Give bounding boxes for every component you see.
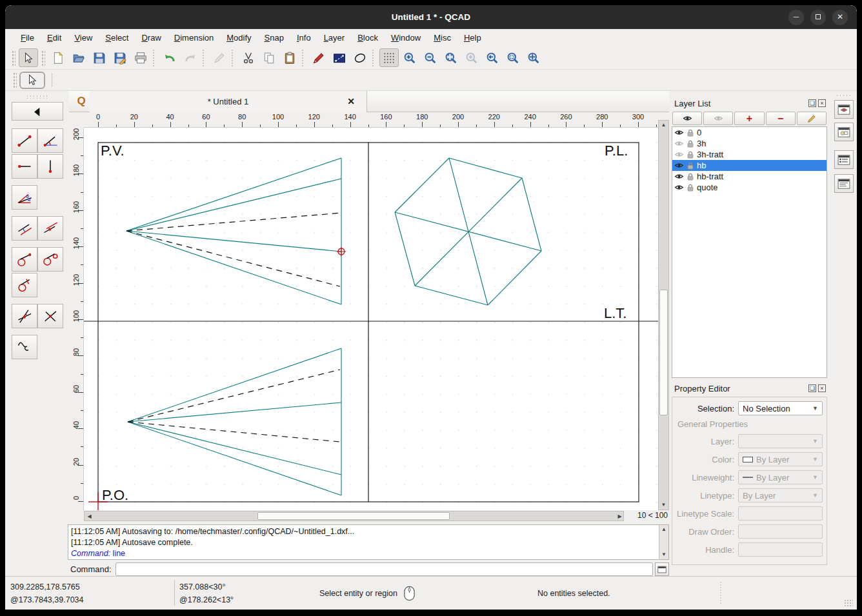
menu-dimension[interactable]: Dimension bbox=[168, 30, 220, 45]
eye-hidden-icon[interactable] bbox=[674, 139, 684, 148]
edit-layer-button[interactable] bbox=[797, 112, 827, 125]
paste-button[interactable] bbox=[280, 48, 299, 67]
scroll-up-icon[interactable]: ▲ bbox=[659, 121, 668, 130]
property-input[interactable] bbox=[738, 506, 823, 521]
command-line-panel-toggle[interactable] bbox=[834, 174, 854, 193]
property-combobox[interactable]: By Layer▼ bbox=[738, 452, 823, 466]
palette-back-button[interactable] bbox=[12, 102, 63, 121]
menu-layer[interactable]: Layer bbox=[317, 30, 352, 45]
lock-icon[interactable] bbox=[686, 128, 695, 137]
layer-row-quote[interactable]: quote bbox=[672, 182, 827, 193]
maximize-button[interactable] bbox=[810, 10, 826, 25]
close-panel-icon[interactable]: × bbox=[818, 384, 826, 392]
command-window-toggle-button[interactable] bbox=[655, 562, 669, 576]
eye-visible-icon[interactable] bbox=[674, 183, 684, 192]
menu-edit[interactable]: Edit bbox=[41, 30, 68, 45]
lock-icon[interactable] bbox=[686, 183, 695, 192]
layer-row-3h[interactable]: 3h bbox=[672, 138, 827, 149]
line-2-points-button[interactable] bbox=[12, 128, 37, 153]
menu-block[interactable]: Block bbox=[351, 30, 385, 45]
history-scrollbar[interactable]: ▲ ▼ bbox=[659, 525, 668, 559]
command-input[interactable] bbox=[115, 562, 653, 576]
add-layer-button[interactable]: + bbox=[734, 112, 764, 125]
layer-row-0[interactable]: 0 bbox=[672, 127, 827, 138]
tangent-orthogonal-button[interactable] bbox=[12, 273, 37, 297]
line-relative-angle-button[interactable] bbox=[12, 304, 37, 328]
property-combobox[interactable]: ▼ bbox=[738, 434, 823, 448]
zoom-selection-button[interactable] bbox=[462, 48, 481, 67]
menu-info[interactable]: Info bbox=[290, 30, 317, 45]
scroll-up-icon[interactable]: ▲ bbox=[659, 525, 668, 534]
redo-button[interactable] bbox=[181, 48, 200, 67]
angle-bisector-button[interactable] bbox=[12, 185, 37, 210]
scroll-left-icon[interactable]: ◀ bbox=[85, 512, 94, 521]
line-vertical-button[interactable] bbox=[37, 154, 63, 179]
menu-misc[interactable]: Misc bbox=[427, 30, 457, 45]
show-all-layers-button[interactable] bbox=[672, 112, 702, 125]
ellipse-tool-button[interactable] bbox=[350, 48, 370, 67]
block-list-panel-toggle[interactable] bbox=[834, 123, 854, 141]
eye-visible-icon[interactable] bbox=[674, 128, 684, 137]
resize-grip[interactable] bbox=[844, 599, 853, 607]
eye-visible-icon[interactable] bbox=[674, 161, 684, 170]
print-button[interactable] bbox=[131, 48, 150, 67]
property-combobox[interactable]: By Layer▼ bbox=[738, 488, 823, 502]
line-horizontal-button[interactable] bbox=[12, 154, 37, 179]
minimize-button[interactable]: ─ bbox=[788, 10, 804, 25]
menu-help[interactable]: Help bbox=[457, 30, 488, 45]
property-editor-panel-toggle[interactable] bbox=[834, 150, 854, 169]
horizontal-scroll-thumb[interactable] bbox=[257, 512, 450, 520]
line-angle-button[interactable] bbox=[37, 128, 63, 153]
layer-row-hb-tratt[interactable]: hb-tratt bbox=[672, 171, 827, 182]
float-panel-icon[interactable]: ❏ bbox=[808, 99, 816, 107]
layer-list-panel-toggle[interactable] bbox=[834, 100, 854, 119]
menu-snap[interactable]: Snap bbox=[258, 30, 290, 45]
current-tool-button[interactable] bbox=[19, 72, 45, 89]
property-input[interactable] bbox=[738, 542, 823, 557]
vertical-scrollbar[interactable]: ▲ ▼ bbox=[658, 120, 669, 510]
new-file-button[interactable] bbox=[48, 48, 68, 67]
menu-file[interactable]: File bbox=[14, 30, 41, 45]
open-file-button[interactable] bbox=[69, 48, 88, 67]
document-tab[interactable]: * Untitled 1 ✕ bbox=[90, 91, 367, 112]
line-freehand-button[interactable] bbox=[12, 335, 37, 359]
menu-draw[interactable]: Draw bbox=[135, 30, 167, 45]
horizontal-scrollbar[interactable]: ◀ ▶ bbox=[84, 511, 624, 521]
viewport[interactable]: P.V.P.L.L.T.P.O. bbox=[84, 128, 658, 510]
save-as-button[interactable] bbox=[110, 48, 130, 67]
tangent-point-circle-button[interactable] bbox=[12, 247, 37, 272]
previous-view-button[interactable] bbox=[483, 48, 502, 67]
property-combobox[interactable]: By Layer▼ bbox=[738, 470, 823, 484]
auto-zoom-button[interactable] bbox=[441, 48, 461, 67]
tab-close-icon[interactable]: ✕ bbox=[345, 95, 357, 107]
hide-all-layers-button[interactable] bbox=[703, 112, 733, 125]
grid-toggle-button[interactable] bbox=[379, 48, 399, 67]
zoom-window-button[interactable] bbox=[503, 48, 523, 67]
lock-icon[interactable] bbox=[686, 172, 695, 181]
property-painter-button[interactable] bbox=[330, 48, 349, 67]
selection-tool-button[interactable] bbox=[19, 48, 38, 67]
copy-button[interactable] bbox=[259, 48, 279, 67]
eye-visible-icon[interactable] bbox=[674, 172, 684, 181]
lock-icon[interactable] bbox=[686, 150, 695, 159]
lock-icon[interactable] bbox=[686, 161, 695, 170]
save-file-button[interactable] bbox=[90, 48, 109, 67]
close-button[interactable]: ✕ bbox=[832, 10, 848, 25]
cut-button[interactable] bbox=[239, 48, 258, 67]
scroll-right-icon[interactable]: ▶ bbox=[615, 512, 625, 521]
menu-modify[interactable]: Modify bbox=[220, 30, 257, 45]
scroll-down-icon[interactable]: ▼ bbox=[659, 501, 668, 510]
draw-pencil-button[interactable] bbox=[309, 48, 328, 67]
menu-select[interactable]: Select bbox=[99, 30, 135, 45]
menu-view[interactable]: View bbox=[68, 30, 99, 45]
remove-layer-button[interactable]: − bbox=[766, 112, 796, 125]
edit-pen-button[interactable] bbox=[210, 48, 229, 67]
float-panel-icon[interactable]: ❏ bbox=[808, 384, 816, 392]
lock-icon[interactable] bbox=[686, 139, 695, 148]
scroll-down-icon[interactable]: ▼ bbox=[659, 550, 668, 559]
line-parallel-through-point-button[interactable] bbox=[37, 216, 63, 241]
line-orthogonal-button[interactable] bbox=[37, 304, 63, 328]
layer-row-3h-tratt[interactable]: 3h-tratt bbox=[672, 149, 827, 160]
property-input[interactable] bbox=[738, 524, 823, 539]
selection-combobox[interactable]: No Selection ▼ bbox=[738, 401, 823, 415]
